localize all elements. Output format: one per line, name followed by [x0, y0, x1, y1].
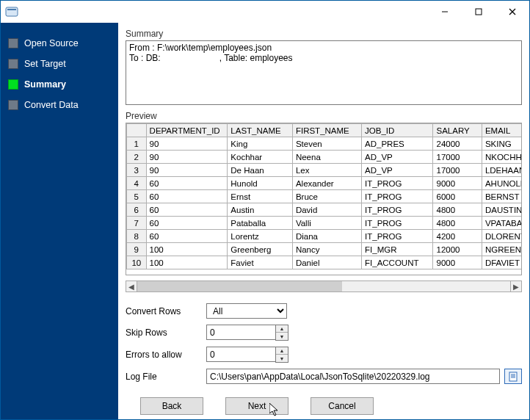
cell[interactable]: De Haan: [228, 164, 293, 177]
skip-rows-input[interactable]: [206, 325, 275, 340]
scroll-track[interactable]: [137, 280, 510, 292]
spin-up-icon[interactable]: ▲: [276, 347, 288, 355]
table-row[interactable]: 860LorentzDianaIT_PROG4200DLORENTZ103: [127, 230, 523, 243]
cell[interactable]: 17000: [433, 164, 482, 177]
cell[interactable]: 90: [146, 137, 228, 151]
cell[interactable]: LDEHAAN: [482, 164, 522, 177]
cell[interactable]: Austin: [228, 203, 293, 217]
spin-up-icon[interactable]: ▲: [276, 325, 288, 333]
cell[interactable]: 90: [146, 164, 228, 177]
step-set-target[interactable]: Set Target: [1, 54, 118, 74]
cell[interactable]: Steven: [292, 137, 361, 151]
preview-table[interactable]: DEPARTMENT_IDLAST_NAMEFIRST_NAMEJOB_IDSA…: [126, 123, 522, 275]
cell[interactable]: IT_PROG: [362, 190, 433, 203]
column-header[interactable]: LAST_NAME: [228, 124, 293, 137]
cell[interactable]: 4200: [433, 230, 482, 243]
cell[interactable]: Lorentz: [228, 230, 293, 243]
step-open-source[interactable]: Open Source: [1, 33, 118, 54]
log-file-input[interactable]: [206, 369, 500, 384]
cancel-button[interactable]: Cancel: [311, 397, 374, 415]
cell[interactable]: Hunold: [228, 177, 293, 190]
column-header[interactable]: FIRST_NAME: [292, 124, 361, 137]
close-button[interactable]: [495, 1, 529, 23]
cell[interactable]: 60: [146, 177, 228, 190]
cell[interactable]: IT_PROG: [362, 230, 433, 243]
cell[interactable]: Bruce: [292, 190, 361, 203]
table-row[interactable]: 660AustinDavidIT_PROG4800DAUSTIN103: [127, 203, 523, 217]
cell[interactable]: 4800: [433, 217, 482, 230]
cell[interactable]: AD_PRES: [362, 137, 433, 151]
cell[interactable]: IT_PROG: [362, 217, 433, 230]
cell[interactable]: 60: [146, 190, 228, 203]
maximize-button[interactable]: [462, 1, 495, 23]
cell[interactable]: 12000: [433, 243, 482, 256]
cell[interactable]: AHUNOLD: [482, 177, 522, 190]
cell[interactable]: Kochhar: [228, 151, 293, 164]
table-row[interactable]: 760PataballaValliIT_PROG4800VPATABAL103: [127, 217, 523, 230]
browse-log-button[interactable]: [504, 369, 522, 384]
next-button[interactable]: Next: [225, 397, 288, 415]
cell[interactable]: BERNST: [482, 190, 522, 203]
scroll-right-icon[interactable]: ▶: [510, 280, 522, 292]
table-row[interactable]: 10100FavietDanielFI_ACCOUNT9000DFAVIET10…: [127, 256, 523, 269]
table-row[interactable]: 290KochharNeenaAD_VP17000NKOCHHAR100: [127, 151, 523, 164]
table-row[interactable]: 560ErnstBruceIT_PROG6000BERNST103: [127, 190, 523, 203]
cell[interactable]: AD_VP: [362, 151, 433, 164]
cell[interactable]: DLORENTZ: [482, 230, 522, 243]
table-row[interactable]: 460HunoldAlexanderIT_PROG9000AHUNOLD102: [127, 177, 523, 190]
cell[interactable]: 4800: [433, 203, 482, 217]
cell[interactable]: Nancy: [292, 243, 361, 256]
cell[interactable]: Diana: [292, 230, 361, 243]
cell[interactable]: Faviet: [228, 256, 293, 269]
column-header[interactable]: JOB_ID: [362, 124, 433, 137]
summary-text[interactable]: From : F:\work\temp\employees.json To : …: [126, 40, 522, 105]
scroll-left-icon[interactable]: ◀: [126, 280, 137, 292]
cell[interactable]: 6000: [433, 190, 482, 203]
back-button[interactable]: Back: [140, 397, 203, 415]
step-convert-data[interactable]: Convert Data: [1, 95, 118, 115]
cell[interactable]: AD_VP: [362, 164, 433, 177]
cell[interactable]: FI_MGR: [362, 243, 433, 256]
errors-allow-input[interactable]: [206, 347, 275, 362]
cell[interactable]: 17000: [433, 151, 482, 164]
horizontal-scrollbar[interactable]: ◀ ▶: [126, 280, 522, 293]
cell[interactable]: Greenberg: [228, 243, 293, 256]
cell[interactable]: 100: [146, 243, 228, 256]
cell[interactable]: Lex: [292, 164, 361, 177]
step-summary[interactable]: Summary: [1, 74, 118, 95]
cell[interactable]: IT_PROG: [362, 177, 433, 190]
cell[interactable]: Daniel: [292, 256, 361, 269]
spin-down-icon[interactable]: ▼: [276, 333, 288, 340]
table-row[interactable]: 9100GreenbergNancyFI_MGR12000NGREENBE101: [127, 243, 523, 256]
cell[interactable]: 60: [146, 217, 228, 230]
cell[interactable]: 60: [146, 203, 228, 217]
cell[interactable]: DAUSTIN: [482, 203, 522, 217]
cell[interactable]: Ernst: [228, 190, 293, 203]
cell[interactable]: 9000: [433, 256, 482, 269]
cell[interactable]: Alexander: [292, 177, 361, 190]
cell[interactable]: DFAVIET: [482, 256, 522, 269]
table-row[interactable]: 190KingStevenAD_PRES24000SKING: [127, 137, 523, 151]
cell[interactable]: 9000: [433, 177, 482, 190]
cell[interactable]: SKING: [482, 137, 522, 151]
cell[interactable]: NGREENBE: [482, 243, 522, 256]
cell[interactable]: IT_PROG: [362, 203, 433, 217]
cell[interactable]: FI_ACCOUNT: [362, 256, 433, 269]
cell[interactable]: King: [228, 137, 293, 151]
cell[interactable]: 90: [146, 151, 228, 164]
scroll-thumb[interactable]: [137, 281, 342, 292]
cell[interactable]: David: [292, 203, 361, 217]
cell[interactable]: Neena: [292, 151, 361, 164]
column-header[interactable]: DEPARTMENT_ID: [146, 124, 228, 137]
cell[interactable]: 100: [146, 256, 228, 269]
minimize-button[interactable]: [428, 1, 462, 23]
convert-rows-select[interactable]: All: [206, 303, 287, 319]
cell[interactable]: Valli: [292, 217, 361, 230]
cell[interactable]: VPATABAL: [482, 217, 522, 230]
cell[interactable]: 24000: [433, 137, 482, 151]
cell[interactable]: 60: [146, 230, 228, 243]
cell[interactable]: NKOCHHAR: [482, 151, 522, 164]
column-header[interactable]: EMAIL: [482, 124, 522, 137]
table-row[interactable]: 390De HaanLexAD_VP17000LDEHAAN100: [127, 164, 523, 177]
spin-down-icon[interactable]: ▼: [276, 355, 288, 362]
